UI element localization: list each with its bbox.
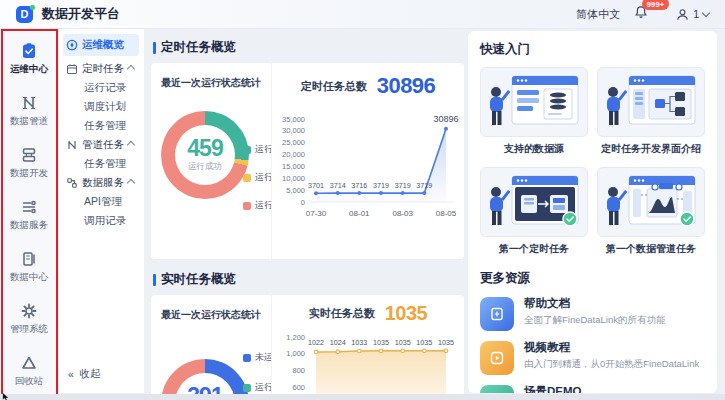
svg-text:1035: 1035 (438, 338, 454, 347)
sidebar-item-call-records[interactable]: 调用记录 (63, 211, 139, 230)
quickstart-card-first-pipeline-task[interactable]: 第一个数据管道任务 (597, 167, 705, 260)
svg-text:3714: 3714 (330, 181, 346, 190)
sidebar-item-ops-overview[interactable]: 运维概览 (63, 34, 139, 56)
svg-text:3716: 3716 (351, 181, 367, 190)
scheduled-line-pane: 定时任务总数 30896 35,000 30,000 25,000 20,000… (272, 63, 464, 259)
legend-swatch-running (243, 384, 251, 392)
svg-text:15,000: 15,000 (282, 162, 305, 171)
svg-text:3719: 3719 (416, 181, 432, 190)
rail-item-data-service[interactable]: 数据服务 (0, 189, 58, 241)
svg-text:1035: 1035 (395, 338, 411, 347)
realtime-stats-card: 最近一次运行状态统计 391 未运行 未运行 运行中 脏数据 实时任务总数 10… (151, 295, 464, 400)
svg-text:08-01: 08-01 (349, 209, 370, 218)
collapse-chevrons-icon: « (68, 368, 74, 380)
user-icon (676, 8, 689, 21)
sidebar-group-data-service[interactable]: 数据服务 (63, 173, 139, 192)
svg-text:1,200: 1,200 (286, 333, 305, 342)
svg-text:30,000: 30,000 (282, 126, 305, 135)
bottom-strip (0, 394, 725, 400)
scheduled-success-count: 459 (187, 137, 222, 160)
sidebar-item-run-records[interactable]: 运行记录 (63, 78, 139, 97)
sidebar-group-scheduled-tasks[interactable]: 定时任务 (63, 59, 139, 78)
svg-text:5,000: 5,000 (286, 186, 305, 195)
realtime-legend: 未运行 运行中 脏数据 (243, 351, 272, 400)
svg-text:1,000: 1,000 (286, 349, 305, 358)
notification-badge: 999+ (642, 0, 669, 10)
ui-intro-illustration (597, 67, 705, 137)
svg-text:600: 600 (292, 383, 305, 392)
quickstart-card-first-scheduled-task[interactable]: 第一个定时任务 (480, 167, 588, 260)
svg-text:25,000: 25,000 (282, 138, 305, 147)
rail-item-ops-center[interactable]: 运维中心 (0, 33, 58, 85)
legend-swatch-failed (243, 202, 251, 210)
section-title-realtime: 实时任务概览 (153, 271, 464, 288)
sidebar-item-api-mgmt[interactable]: API管理 (63, 192, 139, 211)
main-content: 定时任务概览 最近一次运行状态统计 459 运行成功 运行成功 运行中 运行失败 (151, 29, 464, 400)
svg-text:1035: 1035 (373, 338, 389, 347)
sidebar-item-task-mgmt-1[interactable]: 任务管理 (63, 116, 139, 135)
notification-bell-icon[interactable]: 999+ (634, 5, 648, 23)
svg-text:3701: 3701 (308, 181, 324, 190)
user-menu[interactable]: 1 (676, 8, 709, 21)
admin-system-icon gear-icon (20, 302, 38, 320)
recycle-bin-icon (20, 354, 38, 372)
first-pipeline-task-illustration (597, 167, 705, 237)
svg-text:0: 0 (301, 198, 305, 207)
ops-sidebar: 运维概览 定时任务 运行记录 调度计划 任务管理 管道任务 (58, 29, 144, 393)
section-title-scheduled: 定时任务概览 (153, 39, 464, 56)
realtime-line-pane: 实时任务总数 1035 1,200 1,000 800 600 (272, 295, 464, 400)
svg-text:3719: 3719 (395, 181, 411, 190)
datasources-illustration (480, 67, 588, 137)
language-selector[interactable]: 简体中文 (576, 7, 620, 22)
sidebar-group-pipeline-tasks[interactable]: 管道任务 (63, 135, 139, 154)
quickstart-grid: 支持的数据源 (480, 67, 705, 260)
svg-text:3719: 3719 (373, 181, 389, 190)
scheduled-total-value: 30896 (377, 75, 436, 97)
collapse-caret-icon (127, 178, 135, 186)
rail-item-recycle-bin[interactable]: 回收站 (0, 345, 58, 397)
rail-item-data-dev[interactable]: 数据开发 (0, 137, 58, 189)
rail-item-data-center[interactable]: 数据中心 (0, 241, 58, 293)
realtime-total-value: 1035 (385, 303, 428, 323)
data-pipeline-icon (20, 94, 38, 112)
first-scheduled-task-illustration (480, 167, 588, 237)
right-panel: 快速入门 (468, 31, 717, 393)
app-window: D 数据开发平台 简体中文 999+ 1 (0, 0, 725, 400)
sidebar-collapse-button[interactable]: « 收起 (68, 367, 101, 381)
scheduled-legend: 运行成功 运行中 运行失败 (243, 143, 272, 212)
scheduled-donut-chart: 459 运行成功 (161, 111, 249, 199)
svg-text:08-03: 08-03 (392, 209, 413, 218)
svg-text:07-30: 07-30 (306, 209, 327, 218)
rail-item-data-pipeline[interactable]: 数据管道 (0, 85, 58, 137)
sidebar-item-schedule-plan[interactable]: 调度计划 (63, 97, 139, 116)
sidebar-item-task-mgmt-2[interactable]: 任务管理 (63, 154, 139, 173)
top-header: D 数据开发平台 简体中文 999+ 1 (0, 0, 725, 29)
rail-item-admin-system[interactable]: 管理系统 (0, 293, 58, 345)
data-dev-icon (20, 146, 38, 164)
data-service-menu-icon (66, 177, 78, 189)
ops-center-icon (20, 42, 38, 60)
svg-text:1024: 1024 (330, 338, 346, 347)
quickstart-card-datasources[interactable]: 支持的数据源 (480, 67, 588, 160)
svg-text:1033: 1033 (351, 338, 367, 347)
realtime-line-chart: 1,200 1,000 800 600 1022 1024 1033 (274, 323, 462, 400)
collapse-caret-icon (127, 64, 135, 72)
resource-item-demo[interactable]: 场景DEMO 提供方案级案例协助 (480, 385, 705, 393)
app-logo-icon[interactable]: D (16, 6, 33, 23)
svg-text:35,000: 35,000 (282, 115, 305, 124)
quickstart-title: 快速入门 (480, 41, 705, 58)
doc-icon (480, 297, 514, 331)
resource-item-video-tutorials[interactable]: 视频教程 由入门到精通，从0开始熟悉FineDataLink (480, 341, 705, 375)
collapse-caret-icon (127, 140, 135, 148)
mouse-cursor (1, 393, 10, 400)
svg-text:10,000: 10,000 (282, 174, 305, 183)
scheduled-donut-pane: 最近一次运行状态统计 459 运行成功 运行成功 运行中 运行失败 (151, 63, 272, 259)
user-count: 1 (693, 8, 699, 20)
data-center-icon (20, 250, 38, 268)
quickstart-card-ui-intro[interactable]: 定时任务开发界面介绍 (597, 67, 705, 160)
legend-swatch-notrun (243, 354, 251, 362)
title-bar-accent (153, 274, 156, 286)
app-title: 数据开发平台 (42, 5, 120, 23)
ops-overview-icon (66, 39, 78, 51)
resource-item-help-docs[interactable]: 帮助文档 全面了解FineDataLink的所有功能 (480, 297, 705, 331)
